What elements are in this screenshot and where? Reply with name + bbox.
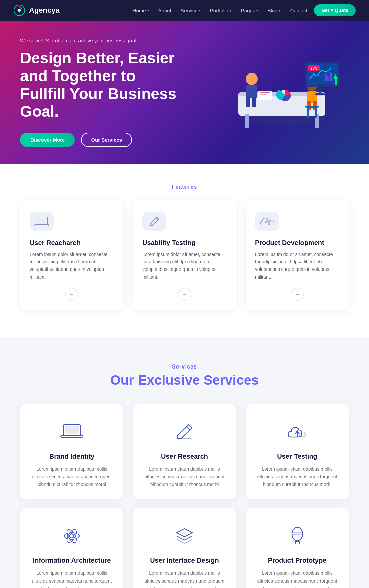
navbar: Agencya Home▾ About Service▾ Portfolio▾ … xyxy=(0,0,369,21)
service-card-1: User Research Lorem ipsum etiam dapibus … xyxy=(133,404,236,499)
nav-home[interactable]: Home▾ xyxy=(133,8,149,13)
feature-icon-wrap-2 xyxy=(255,212,279,231)
svg-rect-25 xyxy=(319,87,321,94)
feature-desc-0: Lorem ipsum dolor sit amet, consecte tur… xyxy=(30,251,114,281)
nav-blog[interactable]: Blog▾ xyxy=(267,8,280,13)
service-card-4: User Interface Design Lorem ipsum etiam … xyxy=(133,508,236,588)
nav-portfolio[interactable]: Portfolio▾ xyxy=(210,8,231,13)
feature-title-1: Usability Testing xyxy=(142,239,196,247)
hero-content: We solve UX problems to achive your busi… xyxy=(20,38,181,147)
svg-rect-5 xyxy=(245,114,249,128)
cloud2-icon xyxy=(285,422,309,442)
service-desc-4: Lorem ipsum etiam dapibus mollis ultrici… xyxy=(142,569,227,588)
nav-contact[interactable]: Contact xyxy=(290,8,307,13)
svg-point-47 xyxy=(70,534,74,538)
service-title-1: User Research xyxy=(161,453,208,460)
services-grid: Brand Identity Lorem ipsum etiam dapibus… xyxy=(20,404,349,588)
hero-subtitle: We solve UX problems to achive your busi… xyxy=(20,38,181,43)
service-desc-5: Lorem ipsum etiam dapibus mollis ultrici… xyxy=(255,569,339,588)
svg-point-53 xyxy=(292,527,303,541)
services-label: Services xyxy=(20,364,349,370)
logo[interactable]: Agencya xyxy=(13,4,60,16)
svg-point-51 xyxy=(71,532,73,534)
hero-illustration-svg: 75% xyxy=(208,39,349,146)
svg-rect-35 xyxy=(37,218,46,224)
service-title-2: User Testing xyxy=(277,453,317,460)
nav-about[interactable]: About xyxy=(158,8,171,13)
nav-service[interactable]: Service▾ xyxy=(181,8,201,13)
service-title-0: Brand Identity xyxy=(49,453,94,460)
feature-arrow-0[interactable]: → xyxy=(65,288,78,301)
svg-rect-21 xyxy=(260,96,268,96)
laptop2-icon xyxy=(60,422,84,442)
svg-rect-20 xyxy=(260,94,267,95)
svg-rect-19 xyxy=(260,92,270,93)
logo-text: Agencya xyxy=(29,6,60,15)
nav-links: Home▾ About Service▾ Portfolio▾ Pages▾ B… xyxy=(133,8,308,13)
svg-rect-9 xyxy=(246,97,250,107)
service-title-3: Information Architecture xyxy=(33,557,111,565)
cloud-icon xyxy=(259,215,275,228)
feature-desc-1: Lorem ipsum dolor sit amet, consecte tur… xyxy=(142,251,227,281)
pencil2-icon xyxy=(174,422,195,442)
svg-rect-26 xyxy=(315,93,325,95)
laptop-icon xyxy=(34,216,49,227)
features-section: Features User Reacharch Lorem ipsum dolo… xyxy=(0,164,369,337)
service-icon-wrap-0 xyxy=(58,419,85,445)
svg-text:75%: 75% xyxy=(311,67,317,70)
services-heading: Our Exclusive Services xyxy=(20,373,349,388)
svg-rect-16 xyxy=(307,108,309,118)
discover-more-button[interactable]: Discover More xyxy=(20,133,75,147)
service-desc-2: Lorem ipsum etiam dapibus mollis ultrici… xyxy=(255,465,339,488)
svg-rect-37 xyxy=(40,225,44,225)
svg-line-38 xyxy=(156,218,158,220)
feature-arrow-1[interactable]: → xyxy=(178,288,191,301)
nav-pages[interactable]: Pages▾ xyxy=(241,8,258,13)
feature-arrow-2[interactable]: → xyxy=(291,288,304,301)
feature-icon-wrap-1 xyxy=(142,212,166,231)
services-heading-plain: Our Exclusive xyxy=(110,373,204,387)
svg-rect-56 xyxy=(295,541,299,544)
svg-rect-8 xyxy=(246,85,257,98)
service-card-2: User Testing Lorem ipsum etiam dapibus m… xyxy=(246,404,349,499)
features-grid: User Reacharch Lorem ipsum dolor sit ame… xyxy=(20,200,349,310)
svg-rect-32 xyxy=(327,76,329,81)
services-heading-accent: Services xyxy=(204,373,259,387)
svg-rect-43 xyxy=(69,435,75,436)
atom-icon xyxy=(61,525,83,547)
feature-title-2: Product Development xyxy=(255,239,324,247)
hero-section: We solve UX problems to achive your busi… xyxy=(0,21,369,164)
service-icon-wrap-1 xyxy=(171,419,198,445)
feature-icon-wrap-0 xyxy=(30,212,54,231)
svg-rect-31 xyxy=(325,75,327,81)
get-quote-button[interactable]: Get A Quate xyxy=(314,4,356,16)
hero-title: Design Better, Easier and Together to Fu… xyxy=(20,49,181,120)
service-desc-1: Lorem ipsum etiam dapibus mollis ultrici… xyxy=(142,465,227,488)
our-services-button[interactable]: Our Services xyxy=(81,133,132,147)
service-card-0: Brand Identity Lorem ipsum etiam dapibus… xyxy=(20,404,123,499)
feature-desc-2: Lorem ipsum dolor sit amet, consecte tur… xyxy=(255,251,339,281)
svg-rect-10 xyxy=(252,97,256,107)
features-label: Features xyxy=(20,184,349,190)
feature-card-2: Product Development Lorem ipsum dolor si… xyxy=(246,200,349,310)
layers-icon xyxy=(174,525,196,547)
feature-title-0: User Reacharch xyxy=(30,239,81,247)
service-icon-wrap-5 xyxy=(284,523,311,549)
services-section: Services Our Exclusive Services Brand Id… xyxy=(0,337,369,588)
logo-icon xyxy=(13,4,25,16)
svg-rect-33 xyxy=(330,74,332,81)
svg-point-1 xyxy=(18,9,21,12)
svg-rect-28 xyxy=(335,79,337,85)
feature-card-1: Usability Testing Lorem ipsum dolor sit … xyxy=(133,200,236,310)
service-card-5: Product Prototype Lorem ipsum etiam dapi… xyxy=(246,508,349,588)
service-desc-3: Lorem ipsum etiam dapibus mollis ultrici… xyxy=(30,569,114,588)
svg-marker-52 xyxy=(177,529,192,537)
service-icon-wrap-2 xyxy=(284,419,311,445)
service-title-5: Product Prototype xyxy=(268,557,326,565)
svg-rect-41 xyxy=(65,426,79,434)
svg-point-7 xyxy=(246,73,258,85)
hero-illustration-wrap: 75% xyxy=(181,39,349,146)
service-title-4: User Interface Design xyxy=(150,557,219,565)
service-icon-wrap-4 xyxy=(171,523,198,549)
pencil-icon xyxy=(148,215,160,228)
